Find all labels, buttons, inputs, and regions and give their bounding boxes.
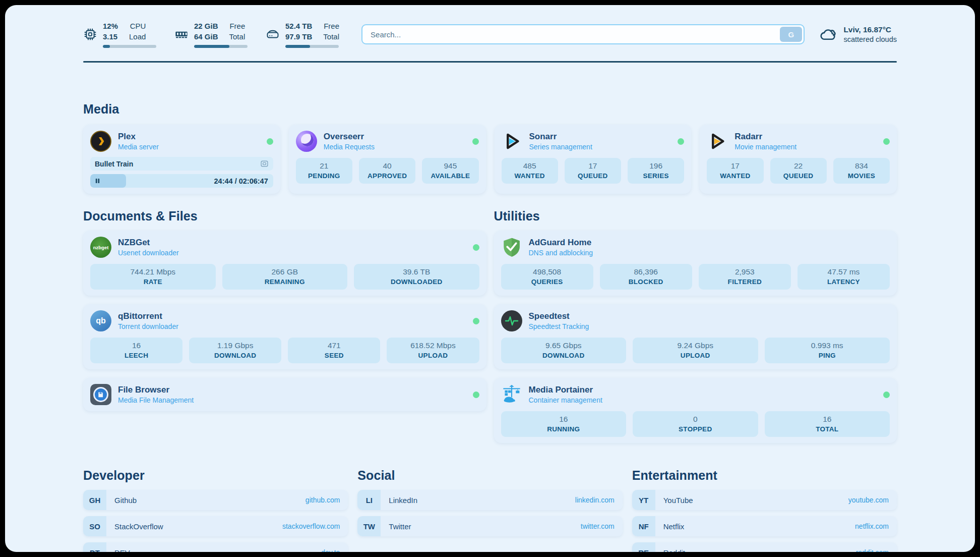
status-dot xyxy=(883,138,890,145)
bookmark-stackoverflow[interactable]: SO StackOverflow stackoverflow.com xyxy=(83,516,348,536)
status-dot xyxy=(473,392,479,398)
stat-label: UPLOAD xyxy=(635,352,756,359)
qbittorrent-icon: qb xyxy=(90,310,111,331)
bookmark-name: DEV xyxy=(114,548,130,552)
bookmark-youtube[interactable]: YT YouTube youtube.com xyxy=(632,490,897,510)
media-section-title: Media xyxy=(83,102,897,117)
portainer-icon xyxy=(501,384,522,405)
stat-label: REMAINING xyxy=(224,278,346,286)
filebrowser-card[interactable]: File Browser Media File Management xyxy=(83,378,486,411)
now-playing-row: Bullet Train xyxy=(90,157,273,171)
stat-tile: 86,396 BLOCKED xyxy=(600,264,692,290)
media-section: Media Plex Media server Bullet Train xyxy=(83,102,897,194)
stat-value: 21 xyxy=(298,161,350,171)
bookmark-abbr: GH xyxy=(83,490,106,510)
memory-free-label: Free xyxy=(229,21,246,31)
bookmark-url: github.com xyxy=(305,496,340,504)
stat-tile: 21 PENDING xyxy=(296,158,352,184)
bookmark-netflix[interactable]: NF Netflix netflix.com xyxy=(632,516,897,536)
sonarr-icon xyxy=(502,131,523,152)
filebrowser-icon xyxy=(90,384,111,405)
stat-tile: 17 WANTED xyxy=(707,158,763,184)
cpu-stat: 12% 3.15 CPU Load xyxy=(83,21,156,48)
speedtest-icon xyxy=(501,310,522,331)
search-provider-button[interactable]: G xyxy=(780,27,802,42)
overseerr-card[interactable]: Overseerr Media Requests 21 PENDING 40 A… xyxy=(289,125,486,194)
stat-value: 16 xyxy=(767,415,888,424)
header-divider xyxy=(83,61,897,63)
nzbget-card[interactable]: nzbget NZBGet Usenet downloader 744.21 M… xyxy=(83,231,486,296)
stat-value: 39.6 TB xyxy=(356,267,477,276)
stat-tile: 266 GB REMAINING xyxy=(222,264,348,290)
stat-value: 16 xyxy=(503,415,625,424)
documents-section-title: Documents & Files xyxy=(83,209,486,224)
app-name: AdGuard Home xyxy=(529,238,593,248)
stat-label: SERIES xyxy=(630,172,682,180)
now-playing-title: Bullet Train xyxy=(95,160,133,168)
radarr-card[interactable]: Radarr Movie management 17 WANTED 22 QUE… xyxy=(700,125,897,194)
app-desc: Usenet downloader xyxy=(118,249,179,257)
adguard-card[interactable]: AdGuard Home DNS and adblocking 498,508 … xyxy=(494,231,897,296)
cpu-label: CPU xyxy=(129,21,146,31)
bookmark-reddit[interactable]: RE Reddit reddit.com xyxy=(632,542,897,552)
cpu-chip-icon xyxy=(83,27,97,41)
bookmark-name: StackOverflow xyxy=(114,522,163,531)
speedtest-card[interactable]: Speedtest Speedtest Tracking 9.65 Gbps D… xyxy=(494,304,897,369)
stat-tile: 471 SEED xyxy=(288,338,380,363)
bookmark-url: linkedin.com xyxy=(575,496,615,504)
bookmark-twitter[interactable]: TW Twitter twitter.com xyxy=(357,516,622,536)
stat-label: APPROVED xyxy=(361,172,413,180)
status-dot xyxy=(472,138,479,145)
weather-widget[interactable]: Lviv, 16.87°C scattered clouds xyxy=(820,25,897,43)
weather-location: Lviv, 16.87°C xyxy=(843,25,897,34)
app-desc: Speedtest Tracking xyxy=(529,322,589,330)
app-name: Sonarr xyxy=(529,132,592,142)
memory-progress-fill xyxy=(194,45,229,48)
pause-icon[interactable] xyxy=(95,178,100,184)
disk-total-label: Total xyxy=(323,31,339,42)
stat-label: BLOCKED xyxy=(602,278,690,286)
portainer-card[interactable]: Media Portainer Container management 16 … xyxy=(494,378,897,443)
app-name: Media Portainer xyxy=(529,385,602,395)
bookmark-url: reddit.com xyxy=(856,548,889,552)
developer-section-title: Developer xyxy=(83,468,348,483)
bookmark-url: dev.to xyxy=(321,548,340,552)
stat-label: PENDING xyxy=(298,172,350,180)
stat-label: TOTAL xyxy=(767,425,888,433)
stat-tile: 0 STOPPED xyxy=(633,411,758,437)
bookmark-name: Netflix xyxy=(663,522,685,531)
bookmark-name: Github xyxy=(114,496,137,505)
bookmark-url: twitter.com xyxy=(581,522,615,530)
stat-value: 618.52 Mbps xyxy=(389,341,477,350)
stat-tile: 0.993 ms PING xyxy=(765,338,890,363)
stat-value: 0 xyxy=(635,415,756,424)
bookmark-dev[interactable]: DT DEV dev.to xyxy=(83,542,348,552)
player-progress-row: 24:44 / 02:06:47 xyxy=(90,174,273,188)
bookmark-linkedin[interactable]: LI LinkedIn linkedin.com xyxy=(357,490,622,510)
bookmark-abbr: RE xyxy=(632,542,655,552)
cast-icon xyxy=(260,159,269,168)
memory-total-value: 64 GiB xyxy=(194,31,218,42)
app-desc: Media File Management xyxy=(118,396,194,404)
search-input[interactable] xyxy=(361,24,805,44)
stat-tile: 196 SERIES xyxy=(628,158,684,184)
stat-value: 22 xyxy=(772,161,825,171)
stat-label: RATE xyxy=(92,278,214,286)
app-desc: Torrent downloader xyxy=(118,322,178,330)
memory-progress-bar xyxy=(194,45,248,48)
dashboard-page: 12% 3.15 CPU Load xyxy=(5,5,975,552)
bookmark-github[interactable]: GH Github github.com xyxy=(83,490,348,510)
qbittorrent-card[interactable]: qb qBittorrent Torrent downloader 16 LEE… xyxy=(83,304,486,369)
app-name: NZBGet xyxy=(118,238,179,248)
sonarr-card[interactable]: Sonarr Series management 485 WANTED 17 Q… xyxy=(495,125,692,194)
bookmark-abbr: SO xyxy=(83,516,106,536)
memory-total-label: Total xyxy=(229,31,246,42)
weather-condition: scattered clouds xyxy=(843,35,897,43)
status-dot xyxy=(678,138,684,145)
stat-label: MOVIES xyxy=(835,172,888,180)
stat-value: 17 xyxy=(567,161,619,171)
disk-free-value: 52.4 TB xyxy=(285,21,312,31)
cpu-load-value: 3.15 xyxy=(103,31,118,42)
plex-card[interactable]: Plex Media server Bullet Train xyxy=(83,125,280,194)
app-desc: DNS and adblocking xyxy=(529,249,593,257)
